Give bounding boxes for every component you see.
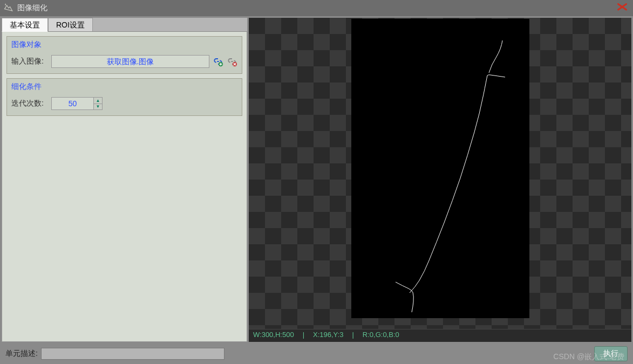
image-canvas xyxy=(351,19,529,318)
input-image-label: 输入图像: xyxy=(11,57,48,66)
footer-bar: 单元描述: 执行 xyxy=(0,344,633,364)
preview-viewport[interactable] xyxy=(249,18,631,329)
link-remove-icon[interactable] xyxy=(227,56,237,67)
settings-panel: 基本设置 ROI设置 图像对象 输入图像: 获取图像.图像 xyxy=(2,18,247,342)
status-bar: W:300,H:500 | X:196,Y:3 | R:0,G:0,B:0 xyxy=(249,329,631,342)
row-input-image: 输入图像: 获取图像.图像 xyxy=(11,55,237,68)
description-input[interactable] xyxy=(41,348,224,360)
group-thinning-condition: 细化条件 迭代次数: 50 ▲ ▼ xyxy=(6,78,242,116)
main-window: 图像细化 基本设置 ROI设置 图像对象 输入图像: 获取图像.图像 xyxy=(0,0,633,364)
execute-button[interactable]: 执行 xyxy=(594,346,628,361)
tab-roi[interactable]: ROI设置 xyxy=(48,18,93,31)
status-sep2: | xyxy=(352,331,353,341)
input-image-field[interactable]: 获取图像.图像 xyxy=(51,55,209,68)
iterations-value[interactable]: 50 xyxy=(52,98,93,109)
tab-content: 图像对象 输入图像: 获取图像.图像 细化条件 xyxy=(2,32,247,342)
app-icon xyxy=(3,3,14,13)
status-wh: W:300,H:500 xyxy=(253,331,294,341)
iterations-label: 迭代次数: xyxy=(11,99,48,108)
group-title-condition: 细化条件 xyxy=(11,81,237,93)
thinned-curve xyxy=(351,19,529,318)
window-title: 图像细化 xyxy=(17,3,615,13)
tab-bar: 基本设置 ROI设置 xyxy=(2,18,247,32)
row-iterations: 迭代次数: 50 ▲ ▼ xyxy=(11,97,237,110)
preview-panel: W:300,H:500 | X:196,Y:3 | R:0,G:0,B:0 xyxy=(249,18,631,342)
iterations-spinner[interactable]: 50 ▲ ▼ xyxy=(51,97,103,110)
spinner-down[interactable]: ▼ xyxy=(93,104,102,110)
spinner-buttons: ▲ ▼ xyxy=(93,98,102,109)
spinner-up[interactable]: ▲ xyxy=(93,98,102,104)
content-area: 基本设置 ROI设置 图像对象 输入图像: 获取图像.图像 xyxy=(0,16,633,344)
status-rgb: R:0,G:0,B:0 xyxy=(363,331,399,341)
tab-basic[interactable]: 基本设置 xyxy=(2,18,48,32)
status-xy: X:196,Y:3 xyxy=(313,331,343,341)
group-title-image: 图像对象 xyxy=(11,39,237,51)
close-button[interactable] xyxy=(615,3,630,13)
titlebar: 图像细化 xyxy=(0,0,633,16)
group-image-object: 图像对象 输入图像: 获取图像.图像 xyxy=(6,36,242,74)
status-sep1: | xyxy=(303,331,304,341)
description-label: 单元描述: xyxy=(5,349,38,359)
link-add-icon[interactable] xyxy=(213,56,223,67)
